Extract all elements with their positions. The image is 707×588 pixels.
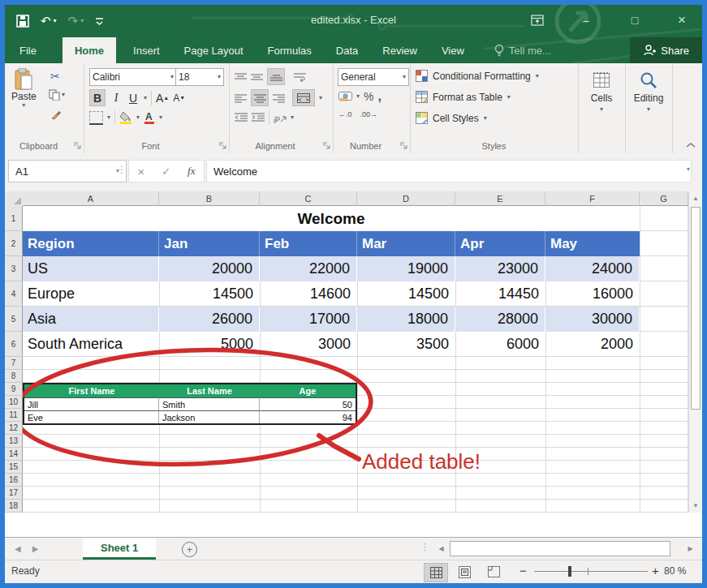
number-format-select[interactable]: General ▾ (338, 68, 409, 86)
italic-button[interactable]: I (110, 90, 123, 105)
maximize-button[interactable]: □ (617, 10, 653, 31)
row-header[interactable]: 18 (5, 500, 23, 513)
decrease-font-size-button[interactable]: A▼ (173, 92, 185, 104)
confirm-entry-button[interactable]: ✓ (162, 165, 170, 178)
tab-file[interactable]: File (5, 37, 51, 63)
cut-button[interactable]: ✂ (50, 70, 60, 83)
increase-indent-button[interactable] (252, 113, 265, 122)
cell[interactable]: May (545, 231, 640, 256)
ribbon-display-options-button[interactable] (519, 10, 555, 31)
cell[interactable]: First Name (24, 384, 159, 397)
cell[interactable]: 2000 (545, 332, 640, 357)
borders-button[interactable] (89, 111, 103, 125)
copy-button[interactable]: ▾ (49, 89, 65, 101)
bold-button[interactable]: B (89, 89, 106, 106)
conditional-formatting-button[interactable]: Conditional Formatting ▾ (416, 70, 539, 82)
dialog-launcher-icon[interactable] (323, 142, 330, 149)
row-header[interactable]: 11 (5, 409, 23, 422)
cell[interactable]: 14500 (357, 281, 455, 307)
close-button[interactable]: × (664, 10, 700, 31)
row-header[interactable]: 1 (5, 206, 23, 231)
cell[interactable]: 5000 (159, 332, 260, 357)
tab-insert[interactable]: Insert (121, 37, 172, 63)
cell[interactable]: 16000 (545, 281, 640, 307)
align-center-button[interactable] (251, 89, 269, 106)
tell-me-box[interactable]: Tell me... (485, 37, 561, 63)
row-header[interactable]: 9 (5, 383, 23, 396)
font-family-select[interactable]: Calibri ▾ (89, 68, 177, 86)
column-header-c[interactable]: C (260, 191, 357, 206)
cell[interactable]: 3000 (260, 332, 357, 357)
select-all-corner[interactable] (5, 191, 24, 207)
cell[interactable]: 14450 (455, 281, 545, 307)
row-header[interactable]: 12 (5, 422, 23, 435)
page-layout-view-button[interactable] (453, 563, 476, 581)
cell[interactable]: 28000 (455, 307, 545, 332)
align-left-button[interactable] (235, 93, 247, 103)
formula-input[interactable]: Welcome (206, 160, 692, 182)
cell[interactable]: 19000 (357, 256, 455, 281)
row-header[interactable]: 16 (5, 474, 23, 487)
increase-decimal-button[interactable]: ←.0 (338, 110, 352, 118)
decrease-indent-button[interactable] (235, 113, 248, 122)
column-header-f[interactable]: F (545, 191, 640, 206)
font-color-button[interactable]: A (144, 111, 155, 124)
minimize-button[interactable]: – (568, 10, 604, 31)
row-header[interactable]: 3 (5, 256, 23, 281)
cells-button[interactable]: Cells ▾ (578, 71, 625, 113)
row-header[interactable]: 7 (5, 357, 23, 370)
normal-view-button[interactable] (424, 563, 448, 582)
tab-home[interactable]: Home (63, 37, 116, 63)
tab-bar-splitter[interactable]: ⋮ (420, 542, 429, 552)
fill-color-button[interactable] (119, 111, 132, 124)
row-header[interactable]: 13 (5, 435, 23, 448)
cell[interactable]: 17000 (260, 307, 357, 332)
row-header[interactable]: 8 (5, 370, 23, 383)
cell[interactable]: 20000 (159, 256, 260, 281)
row-header[interactable]: 17 (5, 487, 23, 500)
cell[interactable]: 23000 (455, 256, 545, 281)
zoom-slider-thumb[interactable] (568, 566, 571, 577)
column-header-d[interactable]: D (357, 191, 455, 206)
cell[interactable]: 3500 (357, 332, 455, 357)
tab-view[interactable]: View (429, 37, 476, 63)
cells-area[interactable]: Welcome Region Jan Feb Mar Apr May US 20… (23, 206, 688, 513)
insert-function-button[interactable]: fx (188, 165, 195, 178)
cell[interactable]: 18000 (357, 307, 455, 332)
bottom-align-button[interactable] (267, 68, 285, 85)
row-header[interactable]: 14 (5, 448, 23, 461)
undo-button[interactable]: ↶ ▾ (41, 14, 57, 28)
cell[interactable]: Asia (23, 307, 159, 332)
column-header-a[interactable]: A (23, 191, 159, 206)
redo-button[interactable]: ↷ ▾ (68, 14, 84, 28)
cell[interactable]: South America (23, 332, 159, 357)
dialog-launcher-icon[interactable] (74, 142, 81, 149)
zoom-in-button[interactable]: + (652, 564, 659, 577)
cell[interactable]: US (23, 256, 159, 281)
wrap-text-button[interactable] (294, 72, 306, 82)
decrease-decimal-button[interactable]: .00→ (360, 110, 378, 118)
cell-styles-button[interactable]: Cell Styles ▾ (416, 112, 487, 124)
format-as-table-button[interactable]: Format as Table ▾ (416, 91, 511, 103)
scroll-right-button[interactable]: ▶ (683, 541, 697, 556)
cell[interactable]: Last Name (159, 384, 260, 397)
cell[interactable]: Smith (159, 397, 260, 410)
tab-data[interactable]: Data (324, 37, 370, 63)
middle-align-button[interactable] (251, 72, 263, 82)
horizontal-scroll-thumb[interactable] (450, 541, 670, 556)
percent-style-button[interactable]: % (364, 90, 373, 103)
cell[interactable]: Feb (260, 231, 357, 256)
name-box[interactable]: A1 ▾ (8, 160, 127, 182)
cell[interactable]: 14500 (159, 281, 260, 307)
row-header[interactable]: 4 (5, 281, 23, 307)
column-header-b[interactable]: B (159, 191, 260, 206)
tab-review[interactable]: Review (370, 37, 429, 63)
next-sheet-button[interactable]: ▶ (32, 544, 39, 553)
page-break-preview-button[interactable] (482, 563, 505, 581)
row-header[interactable]: 6 (5, 332, 23, 357)
share-button[interactable]: Share (630, 37, 702, 63)
scroll-down-button[interactable]: ▼ (689, 499, 702, 513)
align-right-button[interactable] (273, 93, 285, 103)
cell[interactable]: Mar (357, 231, 455, 256)
cell[interactable]: 94 (260, 410, 356, 423)
